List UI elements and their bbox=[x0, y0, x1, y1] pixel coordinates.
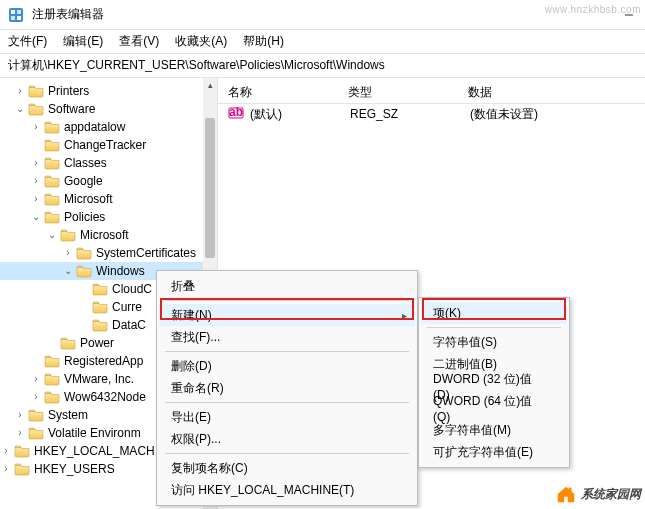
cm-separator bbox=[427, 327, 561, 328]
tree-item-systemcertificates[interactable]: ›SystemCertificates bbox=[0, 244, 217, 262]
cm-separator bbox=[165, 300, 409, 301]
chevron-right-icon[interactable]: › bbox=[30, 373, 42, 385]
folder-icon bbox=[44, 156, 60, 170]
cm-separator bbox=[165, 351, 409, 352]
folder-icon bbox=[44, 120, 60, 134]
chevron-right-icon[interactable]: › bbox=[0, 463, 12, 475]
context-submenu-new: 项(K) 字符串值(S) 二进制值(B) DWORD (32 位)值(D) QW… bbox=[418, 297, 570, 468]
svg-rect-2 bbox=[17, 10, 21, 14]
address-text: 计算机\HKEY_CURRENT_USER\Software\Policies\… bbox=[8, 57, 385, 74]
cm-collapse[interactable]: 折叠 bbox=[159, 275, 415, 297]
value-data: (数值未设置) bbox=[470, 106, 645, 123]
folder-icon bbox=[60, 228, 76, 242]
chevron-down-icon[interactable]: ⌄ bbox=[14, 103, 26, 115]
chevron-blank-icon bbox=[30, 139, 42, 151]
cm-permissions[interactable]: 权限(P)... bbox=[159, 428, 415, 450]
watermark-icon bbox=[555, 483, 577, 505]
list-row-default[interactable]: ab (默认) REG_SZ (数值未设置) bbox=[218, 104, 645, 124]
menu-help[interactable]: 帮助(H) bbox=[243, 33, 284, 50]
tree-item-microsoft[interactable]: ›Microsoft bbox=[0, 190, 217, 208]
chevron-right-icon[interactable]: › bbox=[14, 409, 26, 421]
menu-favorites[interactable]: 收藏夹(A) bbox=[175, 33, 227, 50]
cm-export[interactable]: 导出(E) bbox=[159, 406, 415, 428]
folder-icon bbox=[28, 102, 44, 116]
folder-icon bbox=[44, 210, 60, 224]
col-header-type[interactable]: 类型 bbox=[348, 84, 468, 101]
svg-rect-4 bbox=[17, 16, 21, 20]
folder-icon bbox=[14, 462, 30, 476]
chevron-blank-icon bbox=[78, 283, 90, 295]
address-bar[interactable]: 计算机\HKEY_CURRENT_USER\Software\Policies\… bbox=[0, 54, 645, 78]
cm-goto-hklm[interactable]: 访问 HKEY_LOCAL_MACHINE(T) bbox=[159, 479, 415, 501]
cm-separator bbox=[165, 453, 409, 454]
cm-new-multistring[interactable]: 多字符串值(M) bbox=[421, 419, 567, 441]
tree-item-changetracker[interactable]: ChangeTracker bbox=[0, 136, 217, 154]
menu-file[interactable]: 文件(F) bbox=[8, 33, 47, 50]
menu-view[interactable]: 查看(V) bbox=[119, 33, 159, 50]
chevron-down-icon[interactable]: ⌄ bbox=[62, 265, 74, 277]
svg-rect-1 bbox=[11, 10, 15, 14]
chevron-blank-icon bbox=[78, 301, 90, 313]
cm-new[interactable]: 新建(N)▸ bbox=[159, 304, 415, 326]
chevron-blank-icon bbox=[46, 337, 58, 349]
chevron-right-icon[interactable]: › bbox=[0, 445, 12, 457]
folder-icon bbox=[28, 426, 44, 440]
cm-find[interactable]: 查找(F)... bbox=[159, 326, 415, 348]
chevron-right-icon[interactable]: › bbox=[62, 247, 74, 259]
tree-item-printers[interactable]: ›Printers bbox=[0, 82, 217, 100]
folder-icon bbox=[92, 300, 108, 314]
svg-rect-8 bbox=[569, 488, 572, 493]
chevron-blank-icon bbox=[78, 319, 90, 331]
cm-new-key[interactable]: 项(K) bbox=[421, 302, 567, 324]
col-header-name[interactable]: 名称 bbox=[228, 84, 348, 101]
folder-icon bbox=[44, 390, 60, 404]
tree-item-appdatalow[interactable]: ›appdatalow bbox=[0, 118, 217, 136]
folder-icon bbox=[92, 318, 108, 332]
tree-item-policies[interactable]: ⌄Policies bbox=[0, 208, 217, 226]
tree-item-google[interactable]: ›Google bbox=[0, 172, 217, 190]
cm-new-string[interactable]: 字符串值(S) bbox=[421, 331, 567, 353]
value-name: (默认) bbox=[250, 106, 350, 123]
cm-copy-key-name[interactable]: 复制项名称(C) bbox=[159, 457, 415, 479]
cm-rename[interactable]: 重命名(R) bbox=[159, 377, 415, 399]
menu-bar: 文件(F) 编辑(E) 查看(V) 收藏夹(A) 帮助(H) bbox=[0, 30, 645, 54]
folder-icon bbox=[44, 192, 60, 206]
col-header-data[interactable]: 数据 bbox=[468, 84, 645, 101]
watermark: 系统家园网 bbox=[555, 483, 641, 505]
folder-icon bbox=[44, 354, 60, 368]
string-value-icon: ab bbox=[228, 106, 244, 123]
cm-new-expstring[interactable]: 可扩充字符串值(E) bbox=[421, 441, 567, 463]
folder-icon bbox=[14, 444, 30, 458]
cm-delete[interactable]: 删除(D) bbox=[159, 355, 415, 377]
list-header: 名称 类型 数据 bbox=[218, 82, 645, 104]
folder-icon bbox=[44, 372, 60, 386]
value-type: REG_SZ bbox=[350, 107, 470, 121]
tree-item-policies-microsoft[interactable]: ⌄Microsoft bbox=[0, 226, 217, 244]
submenu-arrow-icon: ▸ bbox=[402, 310, 407, 321]
chevron-right-icon[interactable]: › bbox=[14, 85, 26, 97]
chevron-right-icon[interactable]: › bbox=[30, 175, 42, 187]
scroll-thumb[interactable] bbox=[205, 118, 215, 258]
chevron-right-icon[interactable]: › bbox=[30, 193, 42, 205]
tree-item-software[interactable]: ⌄Software bbox=[0, 100, 217, 118]
window-title: 注册表编辑器 bbox=[32, 6, 104, 23]
menu-edit[interactable]: 编辑(E) bbox=[63, 33, 103, 50]
cm-new-qword[interactable]: QWORD (64 位)值(Q) bbox=[421, 397, 567, 419]
folder-icon bbox=[76, 246, 92, 260]
folder-icon bbox=[76, 264, 92, 278]
chevron-down-icon[interactable]: ⌄ bbox=[46, 229, 58, 241]
scroll-up-icon[interactable]: ▴ bbox=[203, 78, 217, 92]
chevron-right-icon[interactable]: › bbox=[30, 157, 42, 169]
watermark-text: 系统家园网 bbox=[581, 486, 641, 503]
context-menu-main: 折叠 新建(N)▸ 查找(F)... 删除(D) 重命名(R) 导出(E) 权限… bbox=[156, 270, 418, 506]
folder-icon bbox=[28, 84, 44, 98]
svg-text:ab: ab bbox=[229, 106, 243, 119]
chevron-right-icon[interactable]: › bbox=[30, 391, 42, 403]
regedit-app-icon bbox=[8, 7, 24, 23]
chevron-down-icon[interactable]: ⌄ bbox=[30, 211, 42, 223]
folder-icon bbox=[28, 408, 44, 422]
tree-item-classes[interactable]: ›Classes bbox=[0, 154, 217, 172]
chevron-right-icon[interactable]: › bbox=[30, 121, 42, 133]
chevron-right-icon[interactable]: › bbox=[14, 427, 26, 439]
folder-icon bbox=[44, 138, 60, 152]
